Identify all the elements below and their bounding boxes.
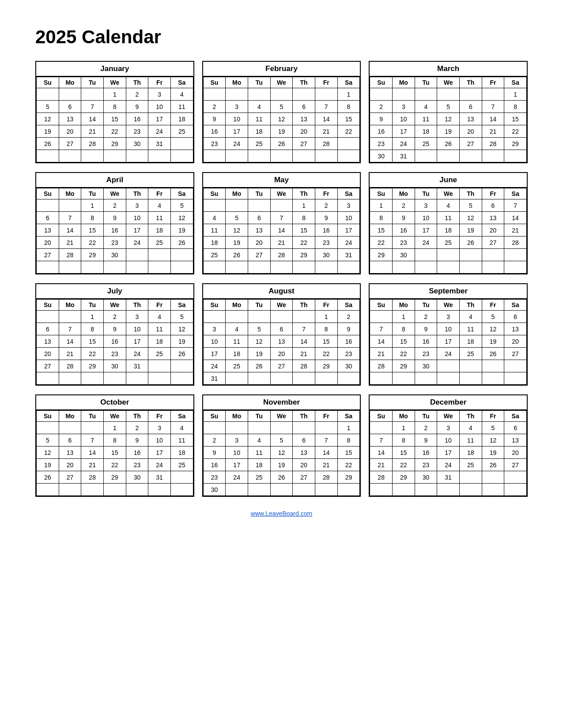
- calendar-day: 29: [293, 249, 315, 261]
- calendar-day: 20: [482, 224, 504, 236]
- calendar-day: [315, 88, 337, 101]
- week-row: [203, 261, 360, 274]
- day-header-th: Th: [459, 188, 482, 199]
- month-title-may: May: [203, 173, 360, 188]
- calendar-day: [293, 88, 315, 101]
- calendar-day: 25: [170, 125, 193, 138]
- week-row: 262728293031: [37, 138, 193, 150]
- calendar-day: 13: [270, 335, 293, 348]
- calendar-day: 26: [270, 138, 293, 150]
- calendar-day: [482, 372, 504, 385]
- week-row: 24252627282930: [203, 360, 360, 372]
- week-row: 11121314151617: [203, 224, 360, 236]
- calendar-day: 8: [103, 434, 126, 447]
- calendar-day: 27: [293, 471, 315, 484]
- day-header-th: Th: [293, 77, 315, 88]
- day-header-we: We: [103, 77, 126, 88]
- calendar-day: [37, 422, 59, 434]
- day-header-sa: Sa: [170, 77, 193, 88]
- week-row: 16171819202122: [370, 125, 527, 138]
- calendar-day: 21: [370, 348, 393, 360]
- calendar-day: 30: [315, 249, 337, 261]
- day-header-tu: Tu: [81, 77, 104, 88]
- week-row: 123456: [370, 422, 527, 434]
- day-header-tu: Tu: [81, 188, 104, 199]
- day-header-th: Th: [459, 77, 482, 88]
- calendar-day: [459, 360, 482, 372]
- calendar-day: 30: [103, 360, 126, 372]
- calendar-day: [337, 372, 360, 385]
- calendar-day: 24: [437, 348, 460, 360]
- calendar-day: [315, 150, 337, 162]
- week-row: 1234: [37, 422, 193, 434]
- calendar-day: 3: [437, 422, 460, 434]
- calendar-day: 10: [126, 212, 148, 224]
- calendar-day: 2: [415, 422, 437, 434]
- calendar-day: 23: [415, 459, 437, 471]
- calendar-day: 25: [226, 360, 248, 372]
- calendar-day: [248, 311, 270, 323]
- calendar-day: 16: [315, 224, 337, 236]
- week-row: 17181920212223: [203, 348, 360, 360]
- calendar-day: 3: [392, 101, 415, 113]
- calendar-day: 7: [370, 434, 393, 447]
- week-row: 27282930: [37, 249, 193, 261]
- calendar-day: 21: [59, 236, 81, 249]
- calendar-day: 17: [226, 125, 248, 138]
- week-row: 1: [370, 88, 527, 101]
- day-header-fr: Fr: [148, 77, 171, 88]
- week-row: [37, 484, 193, 496]
- calendar-day: [126, 372, 148, 385]
- calendar-day: 4: [248, 434, 270, 447]
- week-row: 13141516171819: [37, 224, 193, 236]
- calendar-day: 4: [203, 212, 226, 224]
- day-header-tu: Tu: [415, 77, 437, 88]
- calendar-day: 9: [203, 113, 226, 125]
- day-header-fr: Fr: [315, 300, 337, 311]
- week-row: 567891011: [37, 434, 193, 447]
- calendar-day: 11: [148, 323, 171, 335]
- day-header-tu: Tu: [248, 300, 270, 311]
- day-header-tu: Tu: [81, 411, 104, 422]
- week-row: 14151617181920: [370, 447, 527, 459]
- calendar-day: 15: [103, 113, 126, 125]
- month-april: AprilSuMoTuWeThFrSa123456789101112131415…: [35, 172, 194, 274]
- calendar-day: 22: [81, 348, 104, 360]
- calendar-day: [81, 372, 104, 385]
- calendar-day: 26: [170, 348, 193, 360]
- calendar-day: 8: [337, 101, 360, 113]
- week-row: 2345678: [370, 101, 527, 113]
- calendar-day: 27: [270, 360, 293, 372]
- calendar-day: 22: [504, 125, 527, 138]
- calendar-day: [37, 311, 59, 323]
- calendar-day: 19: [248, 348, 270, 360]
- week-row: 22232425262728: [370, 236, 527, 249]
- calendar-day: 17: [437, 447, 460, 459]
- calendar-day: 16: [103, 224, 126, 236]
- calendar-day: [337, 150, 360, 162]
- calendar-day: 4: [415, 101, 437, 113]
- calendar-day: [81, 88, 104, 101]
- calendar-day: [59, 88, 81, 101]
- calendar-day: 23: [392, 236, 415, 249]
- calendar-day: 2: [103, 311, 126, 323]
- day-header-sa: Sa: [170, 411, 193, 422]
- day-header-th: Th: [459, 411, 482, 422]
- calendar-day: 28: [293, 360, 315, 372]
- week-row: [370, 372, 527, 385]
- calendar-day: [270, 88, 293, 101]
- calendar-day: [293, 150, 315, 162]
- calendar-day: 23: [126, 459, 148, 471]
- week-row: 1: [203, 422, 360, 434]
- calendar-day: 13: [459, 113, 482, 125]
- calendar-day: [437, 484, 460, 496]
- calendar-day: [270, 150, 293, 162]
- calendar-day: 14: [504, 212, 527, 224]
- week-row: 3456789: [203, 323, 360, 335]
- calendar-day: 9: [315, 212, 337, 224]
- calendar-day: 29: [81, 360, 104, 372]
- calendar-day: 25: [248, 471, 270, 484]
- week-row: 567891011: [37, 101, 193, 113]
- calendar-day: 8: [103, 101, 126, 113]
- footer-link[interactable]: www.LeaveBoard.com: [35, 510, 528, 517]
